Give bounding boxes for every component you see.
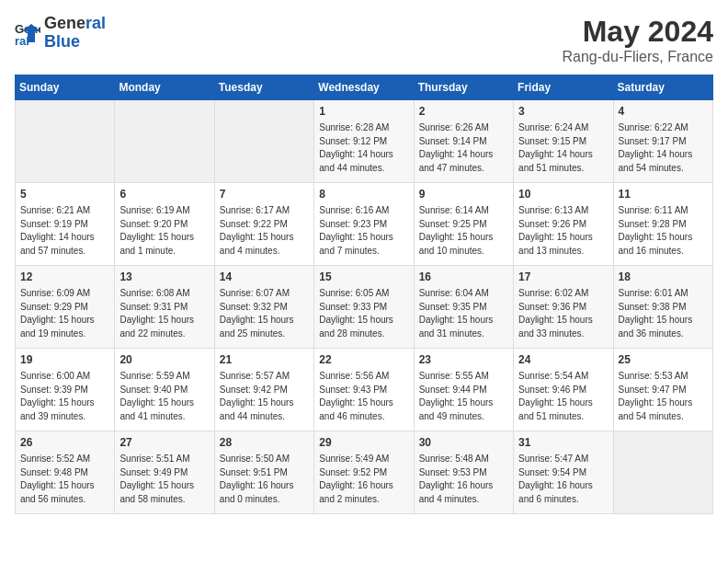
day-info: Sunrise: 6:09 AM Sunset: 9:29 PM Dayligh… <box>20 287 109 340</box>
calendar-cell: 16Sunrise: 6:04 AM Sunset: 9:35 PM Dayli… <box>414 266 513 349</box>
calendar-cell <box>214 100 313 183</box>
calendar-cell: 5Sunrise: 6:21 AM Sunset: 9:19 PM Daylig… <box>16 183 115 266</box>
calendar-cell: 4Sunrise: 6:22 AM Sunset: 9:17 PM Daylig… <box>613 100 712 183</box>
day-number: 13 <box>119 270 209 285</box>
day-number: 6 <box>119 187 209 202</box>
day-number: 14 <box>220 270 309 285</box>
calendar-cell: 18Sunrise: 6:01 AM Sunset: 9:38 PM Dayli… <box>613 266 712 349</box>
day-number: 31 <box>518 435 608 451</box>
day-number: 19 <box>20 352 109 368</box>
day-number: 20 <box>119 352 209 368</box>
day-info: Sunrise: 5:53 AM Sunset: 9:47 PM Dayligh… <box>619 370 708 423</box>
day-info: Sunrise: 6:24 AM Sunset: 9:15 PM Dayligh… <box>518 121 608 175</box>
day-info: Sunrise: 6:21 AM Sunset: 9:19 PM Dayligh… <box>20 204 109 258</box>
day-info: Sunrise: 6:02 AM Sunset: 9:36 PM Dayligh… <box>518 287 608 340</box>
day-info: Sunrise: 6:17 AM Sunset: 9:22 PM Dayligh… <box>220 204 309 258</box>
day-info: Sunrise: 6:28 AM Sunset: 9:12 PM Dayligh… <box>319 121 408 175</box>
day-info: Sunrise: 6:08 AM Sunset: 9:31 PM Dayligh… <box>119 287 209 340</box>
calendar-cell: 19Sunrise: 6:00 AM Sunset: 9:39 PM Dayli… <box>16 349 115 431</box>
day-info: Sunrise: 5:48 AM Sunset: 9:53 PM Dayligh… <box>419 453 508 506</box>
day-number: 9 <box>419 187 508 202</box>
header-cell-tuesday: Tuesday <box>214 75 313 100</box>
calendar-cell: 6Sunrise: 6:19 AM Sunset: 9:20 PM Daylig… <box>115 183 214 266</box>
calendar-cell: 2Sunrise: 6:26 AM Sunset: 9:14 PM Daylig… <box>414 100 513 183</box>
day-number: 12 <box>20 270 109 285</box>
day-info: Sunrise: 5:50 AM Sunset: 9:51 PM Dayligh… <box>220 453 309 506</box>
day-number: 8 <box>319 187 408 202</box>
calendar-cell: 29Sunrise: 5:49 AM Sunset: 9:52 PM Dayli… <box>314 431 414 514</box>
title-area: May 2024 Rang-du-Fliers, France <box>563 15 714 65</box>
day-info: Sunrise: 5:55 AM Sunset: 9:44 PM Dayligh… <box>419 370 508 423</box>
day-number: 3 <box>518 104 608 120</box>
calendar-cell: 11Sunrise: 6:11 AM Sunset: 9:28 PM Dayli… <box>613 183 712 266</box>
location-title: Rang-du-Fliers, France <box>563 49 714 65</box>
day-info: Sunrise: 6:26 AM Sunset: 9:14 PM Dayligh… <box>419 121 508 175</box>
svg-text:ral: ral <box>15 34 29 46</box>
calendar-cell: 14Sunrise: 6:07 AM Sunset: 9:32 PM Dayli… <box>214 266 313 349</box>
calendar-week-2: 5Sunrise: 6:21 AM Sunset: 9:19 PM Daylig… <box>16 183 713 266</box>
day-number: 23 <box>419 352 508 368</box>
day-info: Sunrise: 6:05 AM Sunset: 9:33 PM Dayligh… <box>319 287 408 340</box>
day-number: 17 <box>518 270 608 285</box>
logo-text: General Blue <box>44 15 106 52</box>
calendar-cell: 9Sunrise: 6:14 AM Sunset: 9:25 PM Daylig… <box>414 183 513 266</box>
day-info: Sunrise: 6:00 AM Sunset: 9:39 PM Dayligh… <box>20 370 109 423</box>
calendar-cell: 10Sunrise: 6:13 AM Sunset: 9:26 PM Dayli… <box>514 183 613 266</box>
day-info: Sunrise: 5:56 AM Sunset: 9:43 PM Dayligh… <box>319 370 408 423</box>
calendar-cell <box>613 431 712 514</box>
calendar-cell: 24Sunrise: 5:54 AM Sunset: 9:46 PM Dayli… <box>514 349 613 431</box>
day-info: Sunrise: 5:54 AM Sunset: 9:46 PM Dayligh… <box>518 370 608 423</box>
calendar-cell: 22Sunrise: 5:56 AM Sunset: 9:43 PM Dayli… <box>314 349 414 431</box>
day-number: 1 <box>319 104 408 120</box>
calendar-cell: 12Sunrise: 6:09 AM Sunset: 9:29 PM Dayli… <box>16 266 115 349</box>
calendar-cell: 26Sunrise: 5:52 AM Sunset: 9:48 PM Dayli… <box>16 431 115 514</box>
day-number: 11 <box>619 187 708 202</box>
day-number: 16 <box>419 270 508 285</box>
calendar-week-1: 1Sunrise: 6:28 AM Sunset: 9:12 PM Daylig… <box>16 100 713 183</box>
day-number: 24 <box>518 352 608 368</box>
calendar-cell: 20Sunrise: 5:59 AM Sunset: 9:40 PM Dayli… <box>115 349 214 431</box>
calendar-week-5: 26Sunrise: 5:52 AM Sunset: 9:48 PM Dayli… <box>16 431 713 514</box>
calendar-cell: 23Sunrise: 5:55 AM Sunset: 9:44 PM Dayli… <box>414 349 513 431</box>
day-info: Sunrise: 6:13 AM Sunset: 9:26 PM Dayligh… <box>518 204 608 258</box>
day-number: 29 <box>319 435 408 451</box>
header-cell-sunday: Sunday <box>16 75 115 100</box>
day-info: Sunrise: 6:04 AM Sunset: 9:35 PM Dayligh… <box>419 287 508 340</box>
day-number: 5 <box>20 187 109 202</box>
calendar-cell: 15Sunrise: 6:05 AM Sunset: 9:33 PM Dayli… <box>314 266 414 349</box>
calendar-cell: 3Sunrise: 6:24 AM Sunset: 9:15 PM Daylig… <box>514 100 613 183</box>
calendar-cell: 7Sunrise: 6:17 AM Sunset: 9:22 PM Daylig… <box>214 183 313 266</box>
header-cell-friday: Friday <box>514 75 613 100</box>
calendar-cell <box>16 100 115 183</box>
day-number: 7 <box>220 187 309 202</box>
day-number: 25 <box>619 352 708 368</box>
calendar-cell: 31Sunrise: 5:47 AM Sunset: 9:54 PM Dayli… <box>514 431 613 514</box>
day-info: Sunrise: 6:01 AM Sunset: 9:38 PM Dayligh… <box>619 287 708 340</box>
month-title: May 2024 <box>563 15 714 49</box>
calendar-header-row: SundayMondayTuesdayWednesdayThursdayFrid… <box>16 75 713 100</box>
header-cell-thursday: Thursday <box>414 75 513 100</box>
calendar-cell: 17Sunrise: 6:02 AM Sunset: 9:36 PM Dayli… <box>514 266 613 349</box>
calendar-cell: 30Sunrise: 5:48 AM Sunset: 9:53 PM Dayli… <box>414 431 513 514</box>
day-info: Sunrise: 6:19 AM Sunset: 9:20 PM Dayligh… <box>119 204 209 258</box>
day-number: 21 <box>220 352 309 368</box>
day-number: 30 <box>419 435 508 451</box>
calendar-body: 1Sunrise: 6:28 AM Sunset: 9:12 PM Daylig… <box>16 100 713 514</box>
day-number: 22 <box>319 352 408 368</box>
day-number: 26 <box>20 435 109 451</box>
calendar-table: SundayMondayTuesdayWednesdayThursdayFrid… <box>15 75 713 514</box>
calendar-cell: 25Sunrise: 5:53 AM Sunset: 9:47 PM Dayli… <box>613 349 712 431</box>
logo: Gene ral General Blue <box>15 15 106 52</box>
day-info: Sunrise: 5:47 AM Sunset: 9:54 PM Dayligh… <box>518 453 608 506</box>
day-info: Sunrise: 5:59 AM Sunset: 9:40 PM Dayligh… <box>119 370 209 423</box>
day-number: 10 <box>518 187 608 202</box>
day-number: 28 <box>220 435 309 451</box>
calendar-cell: 13Sunrise: 6:08 AM Sunset: 9:31 PM Dayli… <box>115 266 214 349</box>
calendar-week-4: 19Sunrise: 6:00 AM Sunset: 9:39 PM Dayli… <box>16 349 713 431</box>
day-number: 4 <box>619 104 708 120</box>
day-number: 27 <box>119 435 209 451</box>
day-info: Sunrise: 6:16 AM Sunset: 9:23 PM Dayligh… <box>319 204 408 258</box>
calendar-cell: 27Sunrise: 5:51 AM Sunset: 9:49 PM Dayli… <box>115 431 214 514</box>
day-info: Sunrise: 6:11 AM Sunset: 9:28 PM Dayligh… <box>619 204 708 258</box>
header-cell-wednesday: Wednesday <box>314 75 414 100</box>
